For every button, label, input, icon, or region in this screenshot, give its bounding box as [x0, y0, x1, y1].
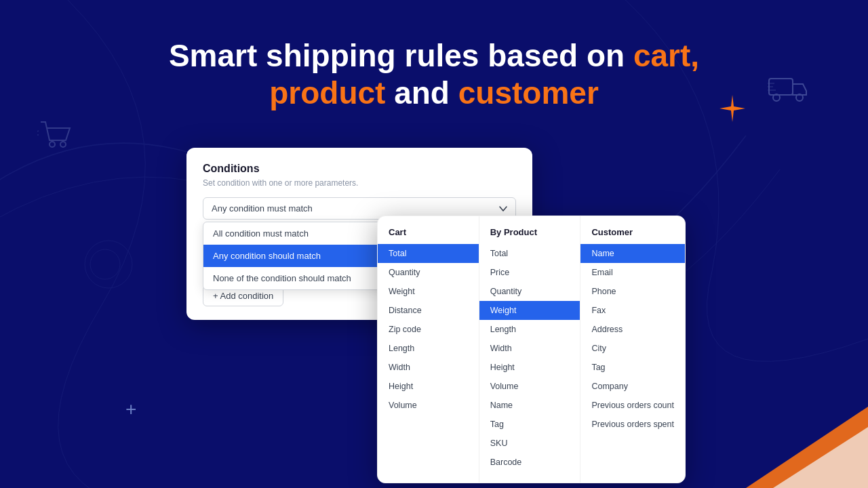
fields-item-1-6[interactable]: Height: [479, 358, 580, 377]
conditions-subtitle: Set condition with one or more parameter…: [203, 178, 516, 188]
svg-point-1: [90, 249, 120, 279]
fields-item-2-2[interactable]: Phone: [580, 282, 685, 301]
hero-highlight-product: product: [269, 75, 385, 110]
hero-section: Smart shipping rules based on cart, prod…: [0, 0, 868, 112]
fields-item-1-9[interactable]: Tag: [479, 415, 580, 434]
svg-point-8: [50, 142, 55, 147]
fields-col-header-1: By Product: [479, 227, 580, 244]
fields-item-2-3[interactable]: Fax: [580, 301, 685, 320]
fields-item-1-7[interactable]: Volume: [479, 377, 580, 396]
hero-title: Smart shipping rules based on cart, prod…: [0, 37, 868, 112]
fields-item-1-1[interactable]: Price: [479, 263, 580, 282]
add-condition-label: + Add condition: [213, 291, 273, 301]
fields-item-1-2[interactable]: Quantity: [479, 282, 580, 301]
fields-item-2-1[interactable]: Email: [580, 263, 685, 282]
fields-item-1-4[interactable]: Length: [479, 320, 580, 339]
hero-highlight-cart: cart,: [633, 38, 699, 73]
fields-item-0-4[interactable]: Zip code: [378, 320, 479, 339]
fields-item-1-5[interactable]: Width: [479, 339, 580, 358]
fields-column-1: By ProductTotalPriceQuantityWeightLength…: [479, 216, 581, 483]
fields-item-0-1[interactable]: Quantity: [378, 263, 479, 282]
fields-item-0-0[interactable]: Total: [378, 244, 479, 263]
fields-item-2-0[interactable]: Name: [580, 244, 685, 263]
fields-item-0-2[interactable]: Weight: [378, 282, 479, 301]
fields-item-0-8[interactable]: Volume: [378, 396, 479, 415]
fields-item-0-5[interactable]: Length: [378, 339, 479, 358]
fields-item-0-7[interactable]: Height: [378, 377, 479, 396]
fields-card: CartTotalQuantityWeightDistanceZip codeL…: [377, 216, 686, 483]
conditions-title: Conditions: [203, 163, 516, 175]
plus-decorative-icon: +: [125, 399, 136, 420]
fields-item-2-4[interactable]: Address: [580, 320, 685, 339]
fields-item-2-9[interactable]: Previous orders spent: [580, 415, 685, 434]
fields-item-2-7[interactable]: Company: [580, 377, 685, 396]
fields-item-1-3[interactable]: Weight: [479, 301, 580, 320]
svg-point-9: [60, 142, 66, 147]
fields-item-0-6[interactable]: Width: [378, 358, 479, 377]
hero-title-line1: Smart shipping rules based on cart,: [169, 38, 699, 73]
cart-icon: [37, 119, 75, 155]
fields-item-1-11[interactable]: Barcode: [479, 453, 580, 472]
fields-column-2: CustomerNameEmailPhoneFaxAddressCityTagC…: [580, 216, 685, 483]
fields-column-0: CartTotalQuantityWeightDistanceZip codeL…: [378, 216, 479, 483]
fields-item-2-6[interactable]: Tag: [580, 358, 685, 377]
svg-point-0: [85, 241, 132, 288]
fields-col-header-2: Customer: [580, 227, 685, 244]
hero-title-and: and: [394, 75, 458, 110]
fields-item-1-8[interactable]: Name: [479, 396, 580, 415]
fields-item-1-10[interactable]: SKU: [479, 434, 580, 453]
fields-item-1-0[interactable]: Total: [479, 244, 580, 263]
chevron-down-icon: [499, 206, 507, 211]
decorative-ribbon: [692, 366, 868, 488]
fields-item-0-3[interactable]: Distance: [378, 301, 479, 320]
hero-highlight-customer: customer: [458, 75, 599, 110]
fields-col-header-0: Cart: [378, 227, 479, 244]
fields-item-2-5[interactable]: City: [580, 339, 685, 358]
fields-item-2-8[interactable]: Previous orders count: [580, 396, 685, 415]
